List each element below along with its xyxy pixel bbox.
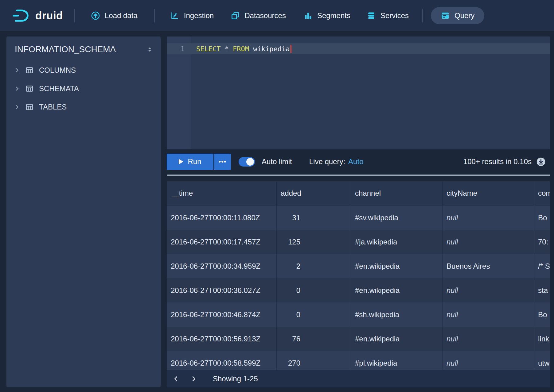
download-icon: [536, 157, 546, 167]
schema-tree: COLUMNS SCHEMATA: [6, 61, 161, 116]
cell-city[interactable]: null: [443, 327, 534, 351]
cell-added[interactable]: 125: [277, 230, 351, 254]
run-more-options-button[interactable]: •••: [214, 154, 231, 170]
cell-city[interactable]: null: [443, 230, 534, 254]
table-row: 2016-06-27T00:00:36.027Z 0 #en.wikipedia…: [167, 278, 550, 302]
nav-load-data[interactable]: Load data: [91, 11, 138, 20]
tree-item-schemata[interactable]: SCHEMATA: [6, 79, 161, 98]
results-summary: 100+ results in 0.10s: [463, 157, 532, 166]
cell-comment[interactable]: /* S: [534, 254, 550, 278]
results-table: __time added channel cityName comment 20…: [167, 181, 550, 387]
live-query-label: Live query:: [309, 157, 345, 166]
ellipsis-icon: •••: [218, 158, 226, 166]
previous-page-button[interactable]: [169, 372, 183, 386]
table-icon: [25, 85, 33, 93]
navbar-divider: [422, 9, 423, 22]
nav-query-label: Query: [455, 11, 474, 20]
sql-text-line: SELECT * FROM wikipedia: [191, 45, 291, 53]
segments-bars-icon: [303, 11, 313, 20]
pagination-bar: Showing 1-25: [167, 370, 550, 387]
live-query-value-link[interactable]: Auto: [348, 157, 363, 166]
cell-channel[interactable]: #sv.wikipedia: [351, 206, 443, 230]
play-icon: [179, 159, 183, 164]
run-button[interactable]: Run: [167, 154, 213, 170]
cell-city[interactable]: Buenos Aires: [443, 254, 534, 278]
services-database-icon: [367, 11, 376, 20]
tree-item-label: SCHEMATA: [39, 84, 79, 93]
cell-added[interactable]: 0: [277, 278, 351, 302]
download-results-button[interactable]: [536, 157, 546, 167]
query-console-icon: [441, 11, 450, 20]
column-header-channel[interactable]: channel: [351, 181, 443, 205]
datasources-icon: [231, 11, 240, 20]
double-caret-icon: [147, 47, 153, 52]
schema-sort-button[interactable]: [147, 47, 153, 52]
cell-time[interactable]: 2016-06-27T00:00:11.080Z: [167, 206, 277, 230]
cell-comment[interactable]: 70:: [534, 230, 550, 254]
cell-time[interactable]: 2016-06-27T00:00:36.027Z: [167, 278, 277, 302]
cell-added[interactable]: 31: [277, 206, 351, 230]
cell-comment[interactable]: link: [534, 327, 550, 351]
table-row: 2016-06-27T00:00:56.913Z 76 #en.wikipedi…: [167, 327, 550, 351]
cell-comment[interactable]: Bo: [534, 206, 550, 230]
nav-segments-label: Segments: [317, 11, 350, 20]
cell-city[interactable]: null: [443, 206, 534, 230]
schema-title: INFORMATION_SCHEMA: [15, 44, 116, 54]
chevron-right-icon: [14, 86, 20, 92]
panel-splitter[interactable]: [167, 175, 550, 176]
nav-services[interactable]: Services: [367, 11, 409, 20]
tree-item-columns[interactable]: COLUMNS: [6, 61, 161, 79]
tree-item-label: TABLES: [39, 103, 67, 111]
next-page-button[interactable]: [187, 372, 201, 386]
cell-comment[interactable]: Bo: [534, 302, 550, 327]
cell-channel[interactable]: #sh.wikipedia: [351, 302, 443, 327]
cell-city[interactable]: null: [443, 302, 534, 327]
cell-added[interactable]: 2: [277, 254, 351, 278]
pagination-status: Showing 1-25: [213, 375, 258, 383]
table-row: 2016-06-27T00:00:34.959Z 2 #en.wikipedia…: [167, 254, 550, 278]
chevron-right-icon: [14, 67, 20, 73]
table-row: 2016-06-27T00:00:46.874Z 0 #sh.wikipedia…: [167, 302, 550, 327]
nav-segments[interactable]: Segments: [303, 11, 350, 20]
cell-time[interactable]: 2016-06-27T00:00:56.913Z: [167, 327, 277, 351]
nav-query[interactable]: Query: [431, 7, 484, 24]
cell-channel[interactable]: #en.wikipedia: [351, 254, 443, 278]
chevron-left-icon: [172, 375, 180, 382]
upload-icon: [91, 11, 100, 20]
tree-item-tables[interactable]: TABLES: [6, 98, 161, 116]
query-toolbar: Run ••• Auto limit Live query: Auto 100+…: [167, 149, 550, 174]
cell-channel[interactable]: #en.wikipedia: [351, 278, 443, 302]
auto-limit-toggle[interactable]: [239, 157, 255, 167]
cell-city[interactable]: null: [443, 278, 534, 302]
nav-ingestion[interactable]: Ingestion: [170, 11, 214, 20]
table-icon: [25, 66, 33, 74]
table-header-row: __time added channel cityName comment: [167, 181, 550, 206]
column-header-time[interactable]: __time: [167, 181, 277, 205]
column-header-added[interactable]: added: [277, 181, 351, 205]
line-number: 1: [167, 45, 191, 53]
auto-limit-label: Auto limit: [262, 157, 292, 166]
cell-channel[interactable]: #en.wikipedia: [351, 327, 443, 351]
cell-comment[interactable]: sta: [534, 278, 550, 302]
navbar-divider: [74, 9, 75, 22]
top-navbar: druid Load data Ingestion Datasources: [0, 0, 554, 31]
cell-added[interactable]: 76: [277, 327, 351, 351]
cell-time[interactable]: 2016-06-27T00:00:17.457Z: [167, 230, 277, 254]
run-button-label: Run: [188, 157, 201, 166]
nav-services-label: Services: [380, 11, 409, 20]
cell-channel[interactable]: #ja.wikipedia: [351, 230, 443, 254]
cell-time[interactable]: 2016-06-27T00:00:46.874Z: [167, 302, 277, 327]
nav-datasources[interactable]: Datasources: [231, 11, 286, 20]
column-header-comment[interactable]: comment: [534, 181, 550, 205]
druid-home-link[interactable]: druid: [12, 9, 63, 23]
navbar-divider: [154, 9, 155, 22]
table-body: 2016-06-27T00:00:11.080Z 31 #sv.wikipedi…: [167, 206, 550, 375]
cell-added[interactable]: 0: [277, 302, 351, 327]
nav-load-data-label: Load data: [105, 11, 138, 20]
column-header-cityname[interactable]: cityName: [443, 181, 534, 205]
chevron-right-icon: [14, 104, 20, 110]
sql-editor[interactable]: 1 SELECT * FROM wikipedia: [167, 37, 550, 149]
cell-time[interactable]: 2016-06-27T00:00:34.959Z: [167, 254, 277, 278]
sql-keyword: SELECT: [196, 45, 220, 53]
ingestion-chart-icon: [170, 11, 179, 20]
